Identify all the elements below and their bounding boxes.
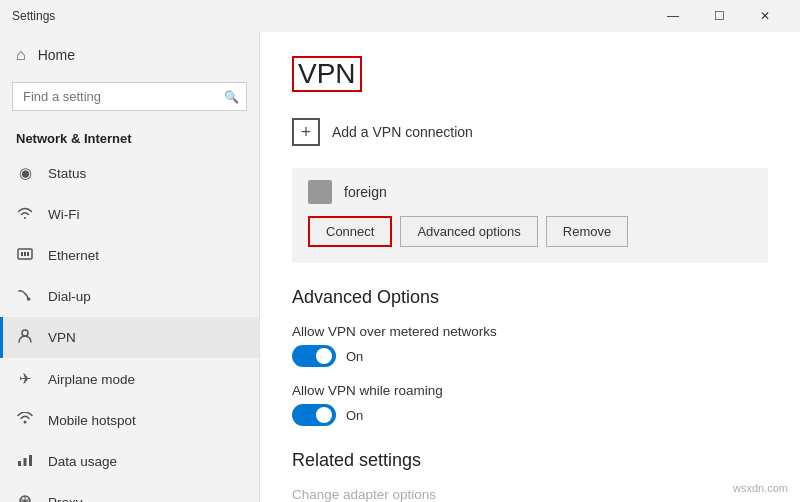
related-settings-title: Related settings [292, 450, 768, 471]
window-controls: — ☐ ✕ [650, 0, 788, 32]
metered-toggle[interactable] [292, 345, 336, 367]
roaming-state: On [346, 408, 363, 423]
main-content: VPN + Add a VPN connection foreign Conne… [260, 32, 800, 502]
roaming-toggle[interactable] [292, 404, 336, 426]
metered-label: Allow VPN over metered networks [292, 324, 768, 339]
sidebar-item-wifi[interactable]: Wi-Fi [0, 194, 259, 235]
ethernet-icon [16, 247, 34, 264]
metered-toggle-group: On [292, 345, 768, 367]
add-vpn-label: Add a VPN connection [332, 124, 473, 140]
sidebar-item-label: VPN [48, 330, 76, 345]
add-vpn-row[interactable]: + Add a VPN connection [292, 112, 768, 152]
sidebar-section-title: Network & Internet [0, 123, 259, 152]
app-title: Settings [12, 9, 55, 23]
wifi-icon [16, 206, 34, 223]
app-body: ⌂ Home 🔍 Network & Internet ◉ Status Wi-… [0, 32, 800, 502]
sidebar-item-label: Mobile hotspot [48, 413, 136, 428]
status-icon: ◉ [16, 164, 34, 182]
sidebar-item-vpn[interactable]: VPN [0, 317, 259, 358]
maximize-button[interactable]: ☐ [696, 0, 742, 32]
sidebar-item-status[interactable]: ◉ Status [0, 152, 259, 194]
hotspot-icon [16, 412, 34, 429]
home-label: Home [38, 47, 75, 63]
vpn-card-icon [308, 180, 332, 204]
sidebar-item-label: Ethernet [48, 248, 99, 263]
roaming-label: Allow VPN while roaming [292, 383, 768, 398]
search-input[interactable] [12, 82, 247, 111]
vpn-name-label: foreign [344, 184, 387, 200]
svg-point-4 [28, 298, 31, 301]
sidebar-home-button[interactable]: ⌂ Home [0, 32, 259, 78]
sidebar-item-data[interactable]: Data usage [0, 441, 259, 482]
sidebar-item-label: Proxy [48, 495, 83, 502]
svg-point-6 [24, 421, 27, 424]
data-icon [16, 453, 34, 470]
svg-rect-8 [24, 458, 27, 466]
sidebar-item-label: Dial-up [48, 289, 91, 304]
sidebar-item-label: Airplane mode [48, 372, 135, 387]
close-button[interactable]: ✕ [742, 0, 788, 32]
minimize-button[interactable]: — [650, 0, 696, 32]
sidebar-item-hotspot[interactable]: Mobile hotspot [0, 400, 259, 441]
roaming-toggle-group: On [292, 404, 768, 426]
svg-rect-7 [18, 461, 21, 466]
roaming-row: Allow VPN while roaming On [292, 383, 768, 426]
page-title: VPN [292, 56, 362, 92]
connect-button[interactable]: Connect [308, 216, 392, 247]
home-icon: ⌂ [16, 46, 26, 64]
sidebar-item-label: Wi-Fi [48, 207, 79, 222]
sidebar-item-ethernet[interactable]: Ethernet [0, 235, 259, 276]
sidebar-item-proxy[interactable]: Proxy [0, 482, 259, 502]
sidebar-item-label: Status [48, 166, 86, 181]
vpn-icon [16, 329, 34, 346]
watermark: wsxdn.com [733, 482, 788, 494]
sidebar-search: 🔍 [12, 82, 247, 111]
sidebar-item-airplane[interactable]: ✈ Airplane mode [0, 358, 259, 400]
sidebar-item-label: Data usage [48, 454, 117, 469]
sidebar: ⌂ Home 🔍 Network & Internet ◉ Status Wi-… [0, 32, 260, 502]
change-adapter-link[interactable]: Change adapter options [292, 487, 768, 502]
dialup-icon [16, 288, 34, 305]
remove-button[interactable]: Remove [546, 216, 628, 247]
related-settings: Related settings Change adapter options [292, 450, 768, 502]
advanced-options-button[interactable]: Advanced options [400, 216, 537, 247]
sidebar-item-dialup[interactable]: Dial-up [0, 276, 259, 317]
vpn-card-buttons: Connect Advanced options Remove [308, 216, 752, 247]
airplane-icon: ✈ [16, 370, 34, 388]
vpn-card: foreign Connect Advanced options Remove [292, 168, 768, 263]
add-vpn-icon: + [292, 118, 320, 146]
svg-rect-2 [24, 252, 26, 256]
search-icon: 🔍 [224, 90, 239, 104]
svg-rect-1 [21, 252, 23, 256]
proxy-icon [16, 494, 34, 502]
svg-point-5 [22, 330, 28, 336]
title-bar: Settings — ☐ ✕ [0, 0, 800, 32]
metered-state: On [346, 349, 363, 364]
vpn-connection-name: foreign [308, 180, 752, 204]
svg-rect-9 [29, 455, 32, 466]
svg-rect-3 [27, 252, 29, 256]
metered-networks-row: Allow VPN over metered networks On [292, 324, 768, 367]
advanced-options-title: Advanced Options [292, 287, 768, 308]
